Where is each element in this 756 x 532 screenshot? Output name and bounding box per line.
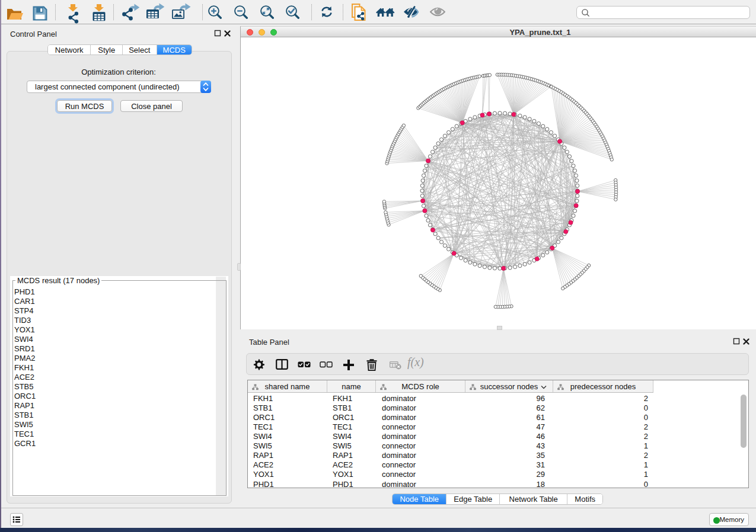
svg-text:f(x): f(x) — [407, 357, 424, 369]
